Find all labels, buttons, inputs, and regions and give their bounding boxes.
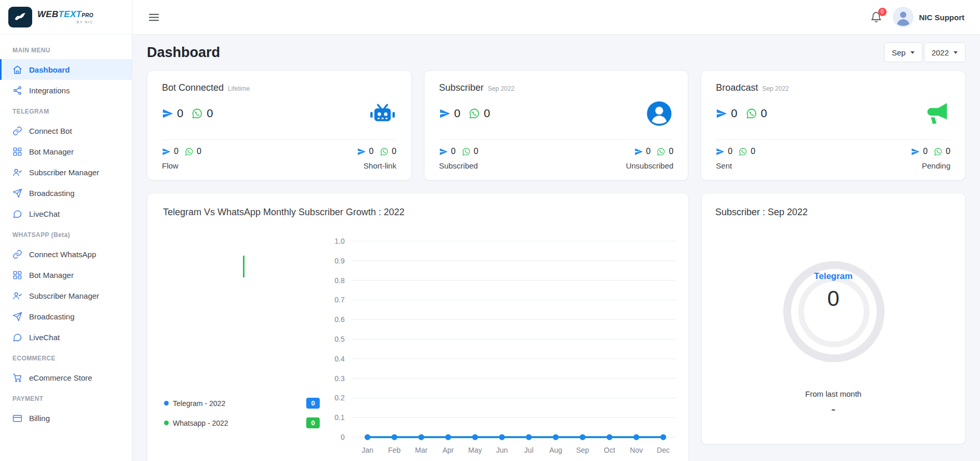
- notifications-button[interactable]: 0: [870, 11, 882, 23]
- svg-text:0.1: 0.1: [335, 413, 345, 422]
- subscribed-telegram-count: 0: [451, 147, 456, 156]
- sidebar-item-bot-manager-whatsapp[interactable]: Bot Manager: [0, 264, 132, 285]
- credit-card-icon: [12, 413, 22, 423]
- shortlink-telegram-count: 0: [369, 147, 374, 156]
- sidebar-item-ecommerce-store[interactable]: eCommerce Store: [0, 367, 132, 388]
- sidebar-nav: MAIN MENU Dashboard Integrations TELEGRA…: [0, 34, 132, 428]
- sent-label: Sent: [716, 161, 755, 170]
- sidebar-item-livechat-whatsapp[interactable]: LiveChat: [0, 327, 132, 347]
- svg-text:0: 0: [341, 433, 345, 441]
- nav-section-main-menu: MAIN MENU: [0, 39, 132, 59]
- sidebar-item-billing[interactable]: Billing: [0, 408, 132, 428]
- telegram-total-badge: 0: [306, 398, 320, 409]
- sidebar-item-broadcasting-whatsapp[interactable]: Broadcasting: [0, 306, 132, 327]
- brand-part-web: WEB: [37, 9, 59, 19]
- sidebar-item-label: LiveChat: [29, 209, 60, 218]
- whatsapp-count: 0: [761, 107, 767, 120]
- card-title: Subscriber: [439, 82, 484, 93]
- shortlink-whatsapp-count: 0: [392, 147, 397, 156]
- month-filter-button[interactable]: Sep: [884, 43, 922, 62]
- page-title: Dashboard: [147, 45, 220, 61]
- svg-text:0.6: 0.6: [335, 315, 345, 324]
- paper-plane-icon: [12, 188, 22, 198]
- sidebar-item-label: Broadcasting: [29, 189, 75, 198]
- telegram-icon: [357, 147, 366, 156]
- sidebar-item-label: Billing: [29, 414, 50, 423]
- sidebar-item-connect-bot[interactable]: Connect Bot: [0, 120, 132, 141]
- telegram-legend-dot: [164, 401, 169, 406]
- sidebar-item-label: Bot Manager: [29, 147, 74, 156]
- svg-text:Apr: Apr: [443, 446, 454, 454]
- app-root: WEBTEXTPRO BY NIC MAIN MENU Dashboard In…: [0, 0, 980, 461]
- svg-text:Sep: Sep: [576, 446, 589, 454]
- whatsapp-icon: [192, 108, 203, 119]
- whatsapp-icon: [469, 108, 480, 119]
- sidebar-item-bot-manager-telegram[interactable]: Bot Manager: [0, 141, 132, 162]
- subscribed-label: Subscribed: [439, 161, 479, 170]
- year-filter-button[interactable]: 2022: [924, 43, 965, 62]
- svg-text:0.8: 0.8: [335, 276, 345, 285]
- shopping-cart-icon: [12, 373, 22, 383]
- avatar: [893, 7, 914, 27]
- brand-logo[interactable]: WEBTEXTPRO BY NIC: [0, 0, 132, 34]
- svg-text:Aug: Aug: [549, 446, 562, 454]
- sidebar-item-dashboard[interactable]: Dashboard: [0, 59, 132, 80]
- card-title: Broadcast: [716, 82, 758, 93]
- telegram-icon: [911, 147, 920, 156]
- whatsapp-icon: [934, 147, 943, 156]
- pending-whatsapp-count: 0: [946, 147, 950, 156]
- telegram-icon: [439, 147, 448, 156]
- sidebar-item-broadcasting-telegram[interactable]: Broadcasting: [0, 183, 132, 203]
- telegram-count: 0: [177, 107, 183, 120]
- unsubscribed-whatsapp-count: 0: [669, 147, 673, 156]
- user-menu[interactable]: NIC Support: [893, 7, 965, 27]
- whatsapp-icon: [657, 147, 665, 156]
- paper-plane-icon: [12, 312, 22, 322]
- sidebar-item-label: Subscriber Manager: [29, 168, 99, 177]
- pending-telegram-count: 0: [923, 147, 928, 156]
- sent-whatsapp-count: 0: [751, 147, 755, 156]
- shortlink-label: Short-link: [363, 161, 396, 170]
- brand-bird-icon: [8, 7, 32, 27]
- topbar-right: 0 NIC Support: [870, 7, 965, 27]
- sidebar-item-label: Integrations: [29, 86, 70, 95]
- svg-text:Nov: Nov: [630, 446, 643, 454]
- svg-text:0.9: 0.9: [335, 257, 345, 265]
- chevron-down-icon: [910, 51, 915, 54]
- megaphone-icon: [922, 100, 950, 128]
- hamburger-menu-icon[interactable]: [148, 11, 160, 23]
- chat-bubble-icon: [12, 209, 22, 219]
- telegram-icon: [439, 108, 451, 119]
- legend-item-telegram[interactable]: Telegram - 2022 0: [164, 398, 320, 409]
- svg-text:1.0: 1.0: [335, 237, 345, 245]
- sidebar-item-connect-whatsapp[interactable]: Connect WhatsApp: [0, 244, 132, 264]
- sidebar-item-label: Bot Manager: [29, 271, 74, 280]
- telegram-icon: [716, 147, 725, 156]
- sidebar-item-subscriber-manager-whatsapp[interactable]: Subscriber Manager: [0, 285, 132, 306]
- svg-text:Jul: Jul: [524, 446, 534, 454]
- legend-item-whatsapp[interactable]: Whatsapp - 2022 0: [164, 417, 320, 428]
- stat-card-bot-connected: Bot Connected Lifetime 0 0: [147, 71, 412, 180]
- lower-row: Telegram Vs WhatsApp Monthly Subscriber …: [147, 193, 965, 461]
- telegram-icon: [162, 108, 173, 119]
- sidebar-item-subscriber-manager-telegram[interactable]: Subscriber Manager: [0, 162, 132, 183]
- sidebar-item-label: LiveChat: [29, 333, 60, 342]
- period-filters: Sep 2022: [884, 43, 965, 62]
- subscribed-whatsapp-count: 0: [474, 147, 479, 156]
- link-icon: [12, 126, 22, 136]
- year-filter-value: 2022: [932, 48, 949, 57]
- main-area: 0 NIC Support Dashboard Sep 2022: [132, 0, 980, 461]
- sidebar-item-label: Subscriber Manager: [29, 291, 99, 300]
- svg-text:Jun: Jun: [496, 446, 508, 454]
- card-subtitle: Lifetime: [228, 85, 250, 92]
- donut-center: Telegram 0: [702, 271, 965, 311]
- telegram-count: 0: [454, 107, 460, 120]
- sidebar-item-label: eCommerce Store: [29, 373, 92, 382]
- month-filter-value: Sep: [892, 48, 906, 57]
- topbar: 0 NIC Support: [132, 0, 980, 34]
- share-icon: [12, 86, 22, 95]
- robot-icon: [369, 100, 397, 128]
- sidebar-item-integrations[interactable]: Integrations: [0, 80, 132, 101]
- donut-value: 0: [702, 286, 965, 311]
- sidebar-item-livechat-telegram[interactable]: LiveChat: [0, 203, 132, 224]
